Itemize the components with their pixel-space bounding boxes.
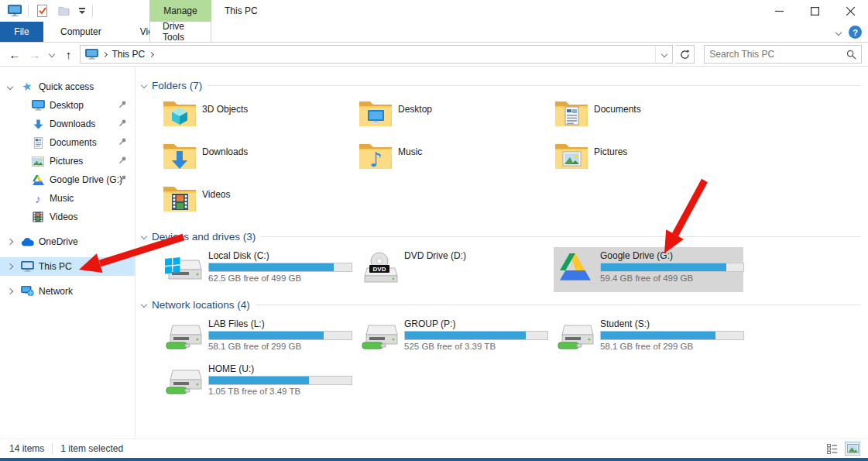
recent-locations-icon[interactable]	[46, 46, 57, 63]
sidebar-item-pictures[interactable]: Pictures	[0, 152, 135, 170]
svg-text:♪: ♪	[369, 148, 383, 171]
folder-tile-documents[interactable]: Documents	[554, 96, 750, 139]
this-pc-icon	[6, 2, 23, 19]
folder-tile-3d-objects[interactable]: 3D Objects	[162, 96, 358, 139]
selection-count: 1 item selected	[60, 443, 123, 454]
chevron-right-icon[interactable]	[7, 288, 13, 294]
sidebar-item-label: This PC	[39, 261, 72, 272]
search-box[interactable]	[704, 45, 862, 64]
chevron-down-icon[interactable]	[141, 301, 147, 308]
address-bar[interactable]: This PC	[80, 45, 673, 64]
sidebar-item-google-drive[interactable]: Google Drive (G:)	[0, 170, 135, 189]
maximize-button[interactable]	[797, 0, 832, 22]
tab-file[interactable]: File	[0, 22, 43, 42]
folder-tile-pictures[interactable]: Pictures	[554, 139, 750, 181]
forward-button[interactable]: →	[26, 46, 43, 63]
new-folder-icon[interactable]	[55, 2, 72, 19]
drive-free-space: 59.4 GB free of 499 GB	[600, 274, 744, 283]
folder-label: Desktop	[398, 98, 432, 115]
help-icon[interactable]: ?	[849, 26, 862, 39]
section-rule	[256, 304, 860, 305]
capacity-bar	[208, 263, 352, 272]
large-icons-view-button[interactable]	[845, 442, 860, 456]
breadcrumb[interactable]: This PC	[112, 49, 145, 60]
sidebar-item-music[interactable]: ♪ Music	[0, 189, 135, 208]
folder-icon	[554, 140, 589, 171]
section-header-network[interactable]: Network locations (4)	[142, 297, 860, 312]
drive-free-space: 1.05 TB free of 3.49 TB	[208, 387, 352, 396]
folder-icon	[554, 98, 589, 129]
network-drive-icon	[361, 318, 398, 353]
folder-label: Videos	[202, 183, 230, 200]
google-drive-icon	[31, 173, 45, 187]
refresh-button[interactable]	[676, 45, 695, 64]
pictures-icon	[31, 154, 45, 168]
drive-label: Student (S:)	[600, 318, 744, 329]
section-header-folders[interactable]: Folders (7)	[142, 77, 860, 93]
folder-label: Downloads	[202, 140, 248, 157]
capacity-bar	[600, 331, 744, 340]
tab-drive-tools[interactable]: Drive Tools	[149, 22, 211, 43]
quick-access-icon: ★	[19, 79, 36, 95]
search-input[interactable]	[709, 49, 846, 60]
drive-tile-google-drive-g[interactable]: Google Drive (G:) 59.4 GB free of 499 GB	[554, 247, 743, 292]
chevron-down-icon[interactable]	[141, 82, 147, 88]
sidebar-item-downloads[interactable]: Downloads	[0, 115, 135, 133]
close-button[interactable]	[832, 0, 868, 22]
status-bar: 14 items 1 item selected	[0, 439, 868, 458]
toolbar-separator	[92, 5, 93, 17]
sidebar-item-network[interactable]: Network	[0, 282, 135, 301]
pin-icon	[118, 119, 127, 129]
section-header-devices[interactable]: Devices and drives (3)	[142, 229, 860, 244]
details-view-button[interactable]	[825, 442, 840, 456]
properties-icon[interactable]	[33, 2, 50, 19]
sidebar-item-videos[interactable]: Videos	[0, 208, 135, 226]
minimize-button[interactable]	[761, 0, 797, 22]
folder-icon	[162, 183, 197, 214]
drive-free-space: 58.1 GB free of 299 GB	[208, 342, 352, 351]
drive-free-space: 525 GB free of 3.39 TB	[404, 342, 548, 351]
sidebar-item-label: Google Drive (G:)	[50, 174, 122, 185]
network-drive-icon	[557, 318, 594, 353]
sidebar-item-label: Music	[50, 193, 74, 204]
sidebar-item-desktop[interactable]: Desktop	[0, 96, 135, 115]
address-dropdown-icon[interactable]	[655, 46, 672, 63]
capacity-bar	[208, 331, 352, 340]
drive-tile-home-u[interactable]: HOME (U:) 1.05 TB free of 3.49 TB	[162, 360, 352, 405]
sidebar-item-label: OneDrive	[39, 236, 78, 247]
section-title: Network locations (4)	[152, 299, 250, 311]
folder-tile-music[interactable]: ♪ Music	[358, 139, 554, 181]
status-separator	[52, 443, 53, 454]
drive-label: Local Disk (C:)	[208, 250, 352, 261]
sidebar-item-quick-access[interactable]: ★ Quick access	[0, 77, 135, 96]
drive-tile-local-disk-c[interactable]: Local Disk (C:) 62.5 GB free of 499 GB	[162, 247, 352, 292]
folder-tile-videos[interactable]: Videos	[162, 181, 358, 224]
navigation-bar: ← → ↑ This PC	[0, 43, 868, 67]
pin-icon	[118, 156, 127, 167]
chevron-right-icon[interactable]	[7, 263, 13, 270]
ribbon-group-manage[interactable]: Manage	[149, 0, 211, 22]
back-button[interactable]: ←	[6, 46, 23, 63]
customize-toolbar-dropdown-icon[interactable]	[77, 8, 87, 14]
search-icon[interactable]	[846, 50, 856, 60]
folder-icon: ♪	[358, 140, 393, 171]
chevron-right-icon[interactable]	[7, 239, 13, 245]
chevron-down-icon[interactable]	[141, 233, 147, 239]
drive-tile-student-s[interactable]: Student (S:) 58.1 GB free of 299 GB	[554, 315, 743, 360]
pin-icon	[118, 100, 127, 111]
tab-computer[interactable]: Computer	[48, 22, 114, 42]
folder-tile-desktop[interactable]: Desktop	[358, 96, 554, 139]
up-button[interactable]: ↑	[60, 46, 77, 63]
videos-icon	[31, 210, 45, 224]
sidebar-item-this-pc[interactable]: This PC	[0, 257, 135, 276]
folder-tile-downloads[interactable]: Downloads	[162, 139, 358, 181]
network-icon	[20, 284, 34, 298]
sidebar-item-documents[interactable]: Documents	[0, 133, 135, 152]
drive-tile-lab-files-l[interactable]: LAB Files (L:) 58.1 GB free of 299 GB	[162, 315, 352, 360]
drive-tile-dvd-d[interactable]: DVD DVD Drive (D:)	[358, 247, 547, 292]
ribbon-tab-row: File Computer View Drive Tools ?	[0, 22, 868, 43]
chevron-down-icon[interactable]	[7, 84, 13, 90]
sidebar-item-onedrive[interactable]: OneDrive	[0, 232, 135, 251]
drive-tile-group-p[interactable]: GROUP (P:) 525 GB free of 3.39 TB	[358, 315, 547, 360]
ribbon-collapse-icon[interactable]	[835, 29, 842, 35]
